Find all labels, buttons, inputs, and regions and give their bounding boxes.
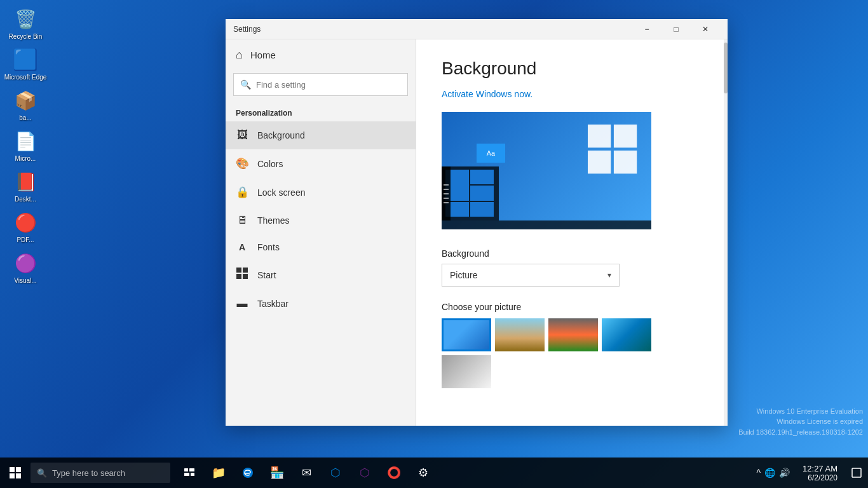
sidebar-section-label: Personalization (226, 104, 416, 121)
opera-button[interactable]: ⭕ (380, 458, 408, 488)
svg-rect-14 (184, 473, 189, 476)
bg-dropdown-value: Picture (450, 270, 478, 280)
picture-thumb-1[interactable] (442, 318, 491, 351)
notification-icon (851, 468, 862, 478)
edge-button[interactable] (234, 458, 262, 488)
preview-sidebar-lines (442, 166, 451, 220)
microsoft-edge-icon[interactable]: 🟦 Microsoft Edge (3, 47, 48, 81)
bg-label: Background (442, 248, 702, 259)
desktop-app-icon-2[interactable]: 📄 Micro... (3, 128, 48, 163)
taskbar: 🔍 Type here to search 📁 🏪 ✉ (0, 458, 868, 488)
maximize-button[interactable]: □ (661, 19, 691, 39)
picture-thumb-4[interactable] (602, 318, 651, 351)
taskbar-right: ^ 🌐 🔊 12:27 AM 6/2/2020 (751, 458, 868, 488)
notification-center-button[interactable] (845, 458, 868, 488)
sidebar-item-taskbar[interactable]: ▬ Taskbar (226, 290, 416, 318)
desktop-app-icon-3[interactable]: 📕 Deskt... (3, 169, 48, 203)
svg-rect-12 (184, 468, 188, 471)
windows-watermark: Windows 10 Enterprise Evaluation Windows… (738, 406, 863, 438)
minimize-button[interactable]: − (632, 19, 661, 39)
task-view-button[interactable] (175, 458, 203, 488)
sidebar: ⌂ Home 🔍 Personalization 🖼 Background 🎨 … (226, 39, 416, 426)
start-nav-label: Start (257, 270, 276, 280)
watermark-line3: Build 18362.19h1_release.190318-1202 (738, 427, 863, 438)
colors-nav-icon: 🎨 (236, 157, 248, 170)
sidebar-item-fonts[interactable]: A Fonts (226, 234, 416, 260)
preview-tiles (445, 170, 494, 217)
desktop-app-icon-5[interactable]: 🟣 Visual... (3, 250, 48, 285)
network-icon[interactable]: 🌐 (764, 468, 775, 478)
picture-grid (442, 318, 702, 388)
scrollbar[interactable] (724, 39, 728, 426)
desktop-icon-area: 🗑️ Recycle Bin 🟦 Microsoft Edge 📦 ba... … (0, 0, 51, 291)
start-nav-icon (236, 268, 248, 282)
settings-window: Settings − □ ✕ ⌂ Home 🔍 Personalization (226, 19, 728, 426)
sidebar-item-lock-screen[interactable]: 🔒 Lock screen (226, 178, 416, 207)
themes-nav-icon: 🖥 (236, 214, 248, 227)
clock-date: 6/2/2020 (808, 473, 837, 482)
themes-nav-label: Themes (257, 215, 290, 226)
system-tray: ^ 🌐 🔊 (751, 468, 795, 478)
svg-rect-1 (243, 268, 248, 273)
mail-button[interactable]: ✉ (292, 458, 320, 488)
svg-rect-4 (588, 125, 611, 147)
store-button[interactable]: 🏪 (263, 458, 291, 488)
vs-button[interactable]: ⬡ (351, 458, 379, 488)
watermark-line1: Windows 10 Enterprise Evaluation (738, 406, 863, 417)
sidebar-item-themes[interactable]: 🖥 Themes (226, 207, 416, 234)
file-explorer-button[interactable]: 📁 (205, 458, 233, 488)
preview-windows-logo (588, 125, 639, 175)
desktop-app-icon-1[interactable]: 📦 ba... (3, 88, 48, 122)
taskbar-clock[interactable]: 12:27 AM 6/2/2020 (795, 464, 845, 482)
fonts-nav-label: Fonts (257, 242, 280, 252)
picture-thumb-5[interactable] (442, 355, 491, 388)
lock-screen-nav-icon: 🔒 (236, 186, 248, 199)
home-icon: ⌂ (236, 48, 243, 62)
search-icon: 🔍 (240, 79, 251, 90)
window-title: Settings (233, 25, 632, 34)
sidebar-item-colors[interactable]: 🎨 Colors (226, 149, 416, 178)
watermark-line2: Windows License is expired (738, 416, 863, 427)
bg-type-dropdown[interactable]: Picture ▾ (442, 264, 620, 287)
edge-icon (242, 467, 254, 478)
choose-picture-label: Choose your picture (442, 302, 702, 312)
sidebar-home[interactable]: ⌂ Home (226, 39, 416, 71)
svg-rect-2 (236, 274, 241, 279)
preview-aa-box: Aa (477, 144, 505, 163)
taskbar-search[interactable]: 🔍 Type here to search (31, 463, 170, 483)
page-title: Background (442, 58, 702, 79)
window-body: ⌂ Home 🔍 Personalization 🖼 Background 🎨 … (226, 39, 728, 426)
volume-icon[interactable]: 🔊 (779, 468, 790, 478)
desktop-app-icon-4[interactable]: 🔴 PDF... (3, 210, 48, 244)
preview-desktop-bg: Aa (442, 112, 651, 229)
task-view-icon (184, 468, 194, 478)
taskbar-pinned-icons: 📁 🏪 ✉ ⬡ ⬡ ⭕ ⚙ (175, 458, 437, 488)
fonts-nav-icon: A (236, 242, 248, 252)
svg-rect-13 (189, 468, 194, 471)
picture-thumb-2[interactable] (495, 318, 545, 351)
home-label: Home (250, 50, 276, 60)
close-button[interactable]: ✕ (691, 19, 720, 39)
activate-link[interactable]: Activate Windows now. (442, 89, 702, 99)
settings-taskbar-button[interactable]: ⚙ (409, 458, 437, 488)
lock-screen-nav-label: Lock screen (257, 187, 305, 198)
taskbar-search-label: Type here to search (52, 468, 125, 478)
window-controls: − □ ✕ (632, 19, 720, 39)
svg-rect-17 (852, 468, 861, 477)
vscode-button[interactable]: ⬡ (322, 458, 349, 488)
picture-thumb-3[interactable] (548, 318, 598, 351)
sidebar-search-box[interactable]: 🔍 (233, 73, 408, 96)
scrollbar-thumb[interactable] (724, 43, 728, 93)
search-input[interactable] (256, 80, 401, 90)
sidebar-item-background[interactable]: 🖼 Background (226, 121, 416, 149)
svg-rect-15 (191, 473, 194, 476)
svg-rect-7 (614, 151, 637, 173)
start-button[interactable] (0, 458, 31, 488)
preview-taskbar (442, 220, 651, 229)
clock-time: 12:27 AM (803, 464, 837, 473)
svg-rect-8 (10, 467, 15, 472)
chevron-up-icon[interactable]: ^ (756, 468, 761, 478)
background-nav-label: Background (257, 130, 305, 140)
recycle-bin-icon[interactable]: 🗑️ Recycle Bin (3, 6, 48, 41)
sidebar-item-start[interactable]: Start (226, 260, 416, 290)
